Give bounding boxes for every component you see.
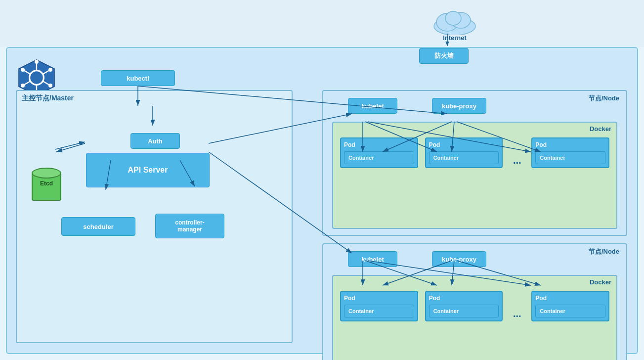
node1-pod1: Pod Container [340,137,418,168]
node1-pod1-label: Pod [344,141,414,148]
node2-pod3-container-wrapper: Container [535,305,605,317]
node1-kubelet-box: kubelet [348,98,397,114]
node1-docker-label: Docker [590,125,611,133]
node2-pod1-label: Pod [344,295,414,302]
node-top-section: 节点/Node kubelet kube-proxy Docker Pod Co… [322,90,627,236]
node1-pod2-container: Container [429,151,499,164]
node2-pod3: Pod Container [531,291,609,321]
node2-pod3-label: Pod [535,295,605,302]
etcd-container: Etcd [32,168,61,202]
node1-pod3: Pod Container [531,137,609,168]
etcd-label: Etcd [32,180,61,187]
svg-point-10 [21,68,25,72]
node2-pod2-container: Container [429,305,499,317]
svg-point-11 [48,68,52,72]
node2-dots: ··· [510,291,524,322]
master-label: 主控节点/Master [22,94,74,103]
cloud-icon [432,7,477,35]
node2-pod2: Pod Container [425,291,503,321]
svg-point-13 [48,84,52,88]
main-diagram-container: 主控节点/Master Auth API Server Etcd schedul… [6,47,638,354]
firewall-box: 防火墙 [419,48,469,64]
node-top-label: 节点/Node [589,94,619,103]
internet-label: Internet [425,34,484,42]
node2-pod1-container: Container [344,305,414,317]
scheduler-box: scheduler [61,217,135,236]
svg-point-39 [445,11,461,25]
node2-pod-group: Pod Container Pod Container ··· Pod [340,291,609,322]
cylinder-top [32,168,61,179]
svg-point-12 [21,84,25,88]
node2-docker-section: Docker Pod Container Pod Container [332,275,617,360]
api-server-box: API Server [86,153,210,187]
controller-manager-box: controller- manager [155,214,224,238]
node2-docker-label: Docker [590,278,611,286]
etcd-cylinder: Etcd [32,168,61,202]
svg-point-8 [35,60,39,64]
node2-pod2-container-wrapper: Container [429,305,499,317]
node2-pod2-label: Pod [429,295,499,302]
node-bottom-section: 节点/Node kubelet kube-proxy Docker Pod Co… [322,243,627,360]
internet-section: Internet [425,7,484,42]
node1-pod2-label: Pod [429,141,499,148]
node2-pod3-container: Container [535,305,605,317]
node2-kubelet-box: kubelet [348,251,397,267]
node1-docker-section: Docker Pod Container Pod Container [332,122,617,229]
node1-pod3-label: Pod [535,141,605,148]
node2-pod1-container-wrapper: Container [344,305,414,317]
node1-pod1-container: Container [344,151,414,164]
node1-kubeproxy-box: kube-proxy [432,98,486,114]
node-bottom-label: 节点/Node [589,247,619,256]
node1-pod2: Pod Container [425,137,503,168]
node1-pod3-container: Container [535,151,605,164]
node2-kubeproxy-box: kube-proxy [432,251,486,267]
node2-pod1: Pod Container [340,291,418,321]
node1-pod2-container-wrapper: Container [429,151,499,164]
node1-pod1-container-wrapper: Container [344,151,414,164]
background-top [0,0,644,47]
kubectl-box: kubectl [101,70,175,86]
node1-pod-group: Pod Container Pod Container ··· Pod [340,137,609,169]
node1-dots: ··· [510,137,524,169]
auth-box: Auth [130,133,180,149]
node1-pod3-container-wrapper: Container [535,151,605,164]
master-section: 主控节点/Master Auth API Server Etcd schedul… [16,90,293,343]
